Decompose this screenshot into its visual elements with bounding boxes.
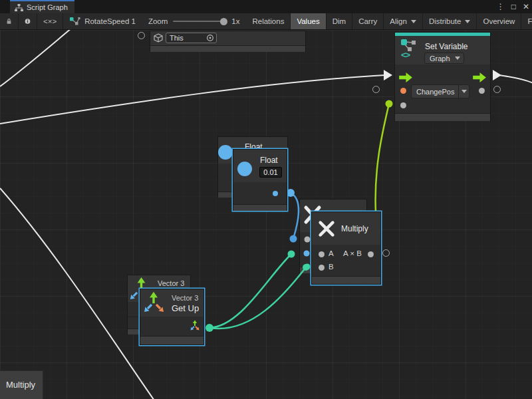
scope-label: Graph [425,55,455,63]
flow-wire[interactable] [0,30,72,86]
value-wire-vector-a[interactable] [209,254,291,328]
relations-button[interactable]: Relations [246,13,291,29]
flow-out-port-arrow[interactable] [473,72,487,82]
tab-script-graph[interactable]: Script Graph [10,0,74,13]
distribute-label: Distribute [429,17,462,25]
unity-visual-scripting-window: Script Graph ⋮ □ ✕ <×> [0,0,532,399]
info-icon [25,17,31,26]
carry-button[interactable]: Carry [352,13,384,29]
input-b-port[interactable] [319,265,325,271]
node-footer [395,113,490,121]
node-footer [312,276,380,284]
variable-dropdown-caret[interactable] [458,85,469,98]
this-input-ring[interactable] [138,32,145,39]
float-type-icon [237,162,252,176]
node-title: Multiply [341,224,368,233]
multiply-node[interactable]: Multiply A A × B B [311,211,381,285]
node-title: Get Up [172,303,199,313]
align-label: Align [390,17,407,25]
variable-name: ChangePos [412,88,458,96]
code-preview-button[interactable]: <×> [37,13,63,29]
node-body [140,317,203,336]
output-port[interactable] [368,251,374,257]
node-title: Vector 3 [158,279,184,287]
node-title: Set Variable [425,42,467,51]
graph-canvas[interactable]: Float Vector 3 [0,30,532,399]
down-right-arrow-icon [155,303,164,313]
zoom-slider-handle[interactable] [220,18,227,25]
values-label: Values [297,17,319,25]
up-arrow-icon [148,291,160,304]
node-header: Float 0.01 [233,150,287,182]
maximize-icon[interactable]: □ [511,0,516,13]
input-a-label: A [329,249,334,257]
flow-in-arrow[interactable] [384,70,392,80]
distribute-dropdown-button[interactable]: Distribute [423,13,477,29]
multiply-output-ring[interactable] [382,249,390,257]
overview-button[interactable]: Overview [477,13,521,29]
getup-output-dot[interactable] [205,324,213,332]
tab-label: Script Graph [27,3,68,11]
node-body: ChangePos [395,65,490,113]
graph-variable-icon: <> [401,50,410,60]
flow-wire-to-set-variable[interactable] [0,75,385,124]
close-icon[interactable]: ✕ [523,0,529,13]
node-body [233,182,287,204]
zoom-slider[interactable] [173,21,226,22]
float-type-icon [218,145,233,160]
cube-icon [154,33,163,43]
node-body: A A × B B [312,245,380,276]
value-wire-float[interactable] [291,193,299,239]
tooltip-label: Multiply [6,380,35,390]
float-value: 0.01 [263,168,277,176]
variable-scope-dropdown[interactable]: Graph [424,53,464,64]
graph-breadcrumb[interactable]: RotateSpeed 1 [63,13,142,29]
float-value-field[interactable]: 0.01 [259,167,282,178]
node-title: Float [260,156,278,165]
lock-button[interactable] [0,13,19,29]
info-button[interactable] [19,13,37,29]
value-wire-vector-b[interactable] [209,267,306,329]
align-dropdown-button[interactable]: Align [384,13,423,29]
dim-label: Dim [332,17,346,25]
output-value-port[interactable] [479,88,485,94]
node-footer [140,336,203,344]
relations-label: Relations [252,17,284,25]
float-node[interactable]: Float 0.01 [233,149,287,211]
input-a-port[interactable] [319,251,325,257]
flow-in-port-arrow[interactable] [399,72,413,82]
wire-endpoint[interactable] [290,235,297,243]
zoom-value: 1x [231,17,239,25]
value-wire-green[interactable] [376,104,389,212]
down-left-arrow-icon [130,291,138,300]
kebab-menu-icon[interactable]: ⋮ [497,0,505,13]
dim-button[interactable]: Dim [327,13,352,29]
get-up-node[interactable]: Vector 3 Get Up [140,289,204,345]
down-left-arrow-icon [144,303,153,313]
vector3-output-icon[interactable] [189,320,201,332]
value-out-ring[interactable] [493,86,501,93]
set-variable-node[interactable]: <> Set Variable Graph ChangePos [394,32,491,121]
input-value-port[interactable] [400,102,406,108]
wire-endpoint[interactable] [386,100,393,108]
flow-out-arrow[interactable] [493,70,501,80]
flow-wire-from-set-variable[interactable] [499,75,532,83]
this-node[interactable]: This [150,31,306,52]
variable-name-port[interactable] [400,88,406,94]
wire-endpoint[interactable] [288,251,295,258]
output-label: A × B [343,249,362,257]
chevron-down-icon [455,57,460,60]
value-in-ring[interactable] [372,86,380,93]
node-footer [233,204,287,211]
overview-label: Overview [483,17,515,25]
node-footer [150,45,305,52]
variable-name-dropdown[interactable]: ChangePos [411,84,469,98]
fullscreen-label: Full Screen [527,17,532,25]
values-button[interactable]: Values [291,13,326,29]
this-object-field[interactable]: This [166,33,217,43]
object-picker-icon[interactable] [206,34,214,42]
lock-icon [6,17,12,26]
angle-brackets-icon: <×> [43,17,57,25]
fullscreen-button[interactable]: Full Screen [521,13,532,29]
float-output-port[interactable] [273,191,278,196]
